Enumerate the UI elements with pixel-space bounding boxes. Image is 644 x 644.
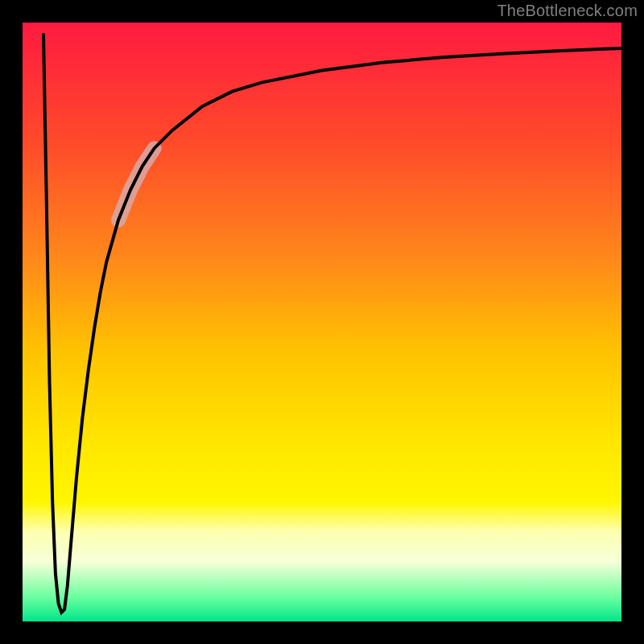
chart-stage: TheBottleneck.com: [0, 0, 644, 644]
frame-bottom: [0, 621, 644, 644]
watermark-text: TheBottleneck.com: [497, 2, 638, 20]
gradient-background: [23, 23, 621, 621]
frame-left: [0, 0, 23, 644]
plot-area: [23, 23, 621, 621]
frame-right: [621, 0, 644, 644]
svg-rect-0: [23, 23, 621, 621]
